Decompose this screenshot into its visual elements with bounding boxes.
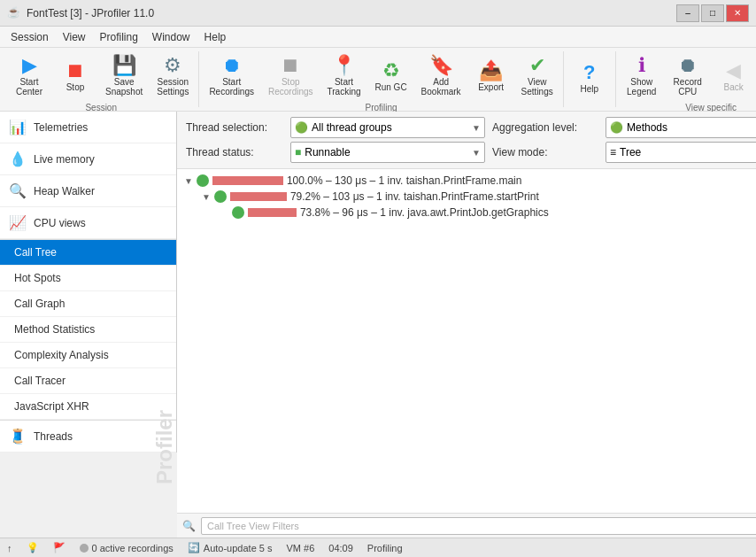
progress-bar-2 <box>248 208 297 217</box>
recordings-dot <box>80 544 89 553</box>
toolbar-group-view-specific: ℹ ShowLegend ⏺ RecordCPU ◀ Back ▶ Forwar… <box>616 51 756 107</box>
bottom-bar: 🔍 Call Tree View Filters ? <box>177 513 756 538</box>
stop-label: Stop <box>66 82 85 92</box>
view-settings-button[interactable]: ✔ ViewSettings <box>515 51 559 101</box>
sidebar-item-call-graph[interactable]: Call Graph <box>0 291 176 317</box>
tree-dot-1 <box>214 190 227 203</box>
view-mode-dropdown[interactable]: ≡ Tree ▼ <box>606 142 756 163</box>
filter-placeholder: Call Tree View Filters <box>207 521 299 531</box>
show-legend-button[interactable]: ℹ ShowLegend <box>620 51 664 101</box>
tree-toggle-1[interactable]: ▼ <box>202 192 211 202</box>
toolbar-group-profiling: ⏺ StartRecordings ⏹ StopRecordings 📍 Sta… <box>199 51 563 107</box>
view-settings-label: ViewSettings <box>521 77 553 97</box>
profiling-text: Profiling <box>367 543 403 553</box>
help-button[interactable]: ? Help <box>567 51 612 105</box>
stop-recordings-button: ⏹ StopRecordings <box>262 51 320 101</box>
session-settings-button[interactable]: ⚙ SessionSettings <box>150 51 195 101</box>
add-bookmark-button[interactable]: 🔖 AddBookmark <box>415 51 467 101</box>
start-center-label: StartCenter <box>16 77 42 97</box>
aggregation-icon: 🟢 <box>610 121 623 134</box>
telemetries-label: Telemetries <box>34 121 88 134</box>
start-center-button[interactable]: ▶ StartCenter <box>7 51 51 101</box>
filter-bar: Thread selection: 🟢 All thread groups ▼ … <box>177 112 756 169</box>
record-cpu-icon: ⏺ <box>678 56 698 75</box>
minimize-button[interactable]: – <box>676 4 699 22</box>
start-recordings-button[interactable]: ⏺ StartRecordings <box>203 51 260 101</box>
export-button[interactable]: 📤 Export <box>469 51 513 101</box>
stop-icon: ⏹ <box>66 61 85 81</box>
sidebar-item-telemetries[interactable]: 📊 Telemetries <box>0 112 176 143</box>
status-bar: ↑ 💡 🚩 0 active recordings 🔄 Auto-update … <box>0 538 756 557</box>
recordings-text: 0 active recordings <box>92 543 174 553</box>
aggregation-dropdown[interactable]: 🟢 Methods ▼ <box>606 117 756 138</box>
sidebar-item-hot-spots[interactable]: Hot Spots <box>0 266 176 291</box>
status-up-arrow: ↑ <box>7 543 12 553</box>
view-mode-value: Tree <box>620 146 756 159</box>
tree-toggle-0[interactable]: ▼ <box>184 176 193 186</box>
search-icon: 🔍 <box>182 520 196 532</box>
cpu-views-label: CPU views <box>34 217 86 229</box>
view-settings-icon: ✔ <box>529 56 545 75</box>
close-button[interactable]: ✕ <box>726 4 749 22</box>
sidebar-item-javascript-xhr[interactable]: JavaScript XHR <box>0 394 176 420</box>
status-autoupdate: 🔄 Auto-update 5 s <box>188 542 273 553</box>
sidebar-item-live-memory[interactable]: 💧 Live memory <box>0 143 176 175</box>
menu-window[interactable]: Window <box>145 29 197 45</box>
back-button: ◀ Back <box>712 51 756 101</box>
sidebar-item-complexity-analysis[interactable]: Complexity Analysis <box>0 343 176 368</box>
start-recordings-label: StartRecordings <box>209 77 254 97</box>
thread-status-dropdown[interactable]: ■ Runnable ▼ <box>290 142 485 163</box>
stop-button[interactable]: ⏹ Stop <box>53 51 97 101</box>
menu-session[interactable]: Session <box>4 29 56 45</box>
sidebar-item-cpu-views[interactable]: 📈 CPU views <box>0 207 176 239</box>
thread-status-label: Thread status: <box>186 146 283 159</box>
stop-recordings-icon: ⏹ <box>281 56 300 75</box>
help-label: Help <box>580 84 598 94</box>
thread-status-chevron: ▼ <box>472 148 481 158</box>
aggregation-label: Aggregation level: <box>492 121 598 134</box>
thread-selection-label: Thread selection: <box>186 121 283 134</box>
maximize-button[interactable]: □ <box>701 4 724 22</box>
view-mode-icon: ≡ <box>610 146 616 159</box>
export-label: Export <box>478 82 504 92</box>
record-cpu-label: RecordCPU <box>674 77 702 97</box>
export-icon: 📤 <box>479 61 503 81</box>
session-settings-label: SessionSettings <box>157 77 189 97</box>
progress-bar-0 <box>212 176 283 185</box>
back-label: Back <box>724 82 744 92</box>
menu-profiling[interactable]: Profiling <box>93 29 145 45</box>
filter-input[interactable]: Call Tree View Filters <box>201 517 756 535</box>
status-vm: VM #6 <box>287 543 315 553</box>
cpu-views-icon: 📈 <box>9 214 27 231</box>
toolbar-group-session: ▶ StartCenter ⏹ Stop 💾 SaveSnapshot ⚙ Se… <box>4 51 199 107</box>
menu-view[interactable]: View <box>56 29 93 45</box>
status-recordings: 0 active recordings <box>80 543 174 553</box>
start-recordings-icon: ⏺ <box>222 56 242 75</box>
tree-row-2[interactable]: ▼ 73.8% – 96 μs – 1 inv. java.awt.PrintJ… <box>177 205 756 220</box>
tree-row-0[interactable]: ▼ 100.0% – 130 μs – 1 inv. taishan.Print… <box>177 173 756 189</box>
run-gc-button[interactable]: ♻ Run GC <box>369 51 413 101</box>
menu-help[interactable]: Help <box>197 29 234 45</box>
threads-icon: 🧵 <box>9 428 27 445</box>
filter-row-1: Thread selection: 🟢 All thread groups ▼ … <box>186 117 756 138</box>
start-center-icon: ▶ <box>22 56 37 75</box>
sidebar-item-heap-walker[interactable]: 🔍 Heap Walker <box>0 175 176 207</box>
start-tracking-button[interactable]: 📍 StartTracking <box>321 51 367 101</box>
sidebar-item-method-statistics[interactable]: Method Statistics <box>0 317 176 343</box>
record-cpu-button[interactable]: ⏺ RecordCPU <box>666 51 710 101</box>
sidebar-item-call-tracer[interactable]: Call Tracer <box>0 368 176 394</box>
threads-label: Threads <box>34 430 73 443</box>
title-bar: ☕ FontTest [3] - JProfiler 11.0 – □ ✕ <box>0 0 756 27</box>
save-snapshot-button[interactable]: 💾 SaveSnapshot <box>99 51 149 101</box>
tree-row-1[interactable]: ▼ 79.2% – 103 μs – 1 inv. taishan.PrintF… <box>177 189 756 205</box>
thread-selection-icon: 🟢 <box>295 121 308 134</box>
toolbar: ▶ StartCenter ⏹ Stop 💾 SaveSnapshot ⚙ Se… <box>0 48 756 112</box>
sidebar-item-threads[interactable]: 🧵 Threads <box>0 420 176 453</box>
save-icon: 💾 <box>112 56 136 75</box>
status-profiling: Profiling <box>367 543 403 553</box>
window-title: FontTest [3] - JProfiler 11.0 <box>27 7 676 19</box>
sidebar-item-call-tree[interactable]: Call Tree <box>0 240 176 266</box>
thread-selection-dropdown[interactable]: 🟢 All thread groups ▼ <box>290 117 485 138</box>
settings-icon: ⚙ <box>164 56 181 75</box>
menu-bar: Session View Profiling Window Help <box>0 27 756 48</box>
